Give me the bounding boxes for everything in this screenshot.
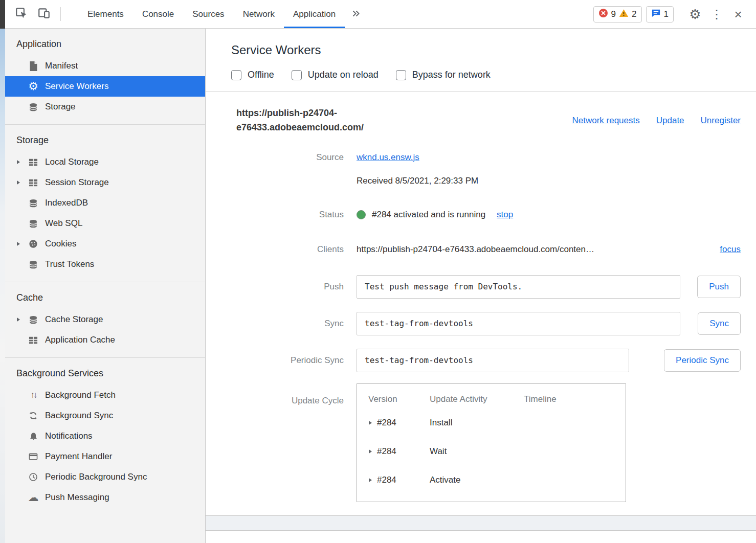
source-row: Source wknd.us.ensw.js: [236, 152, 741, 163]
close-devtools-button[interactable]: ×: [727, 8, 749, 21]
checkbox-box[interactable]: [231, 70, 241, 80]
database-icon: [28, 260, 39, 269]
sidebar-item-label: Periodic Background Sync: [45, 472, 147, 482]
client-url: https://publish-p24704-e76433.adobeaemcl…: [357, 244, 594, 255]
update-cycle-row: Update Cycle Version Update Activity Tim…: [236, 383, 741, 502]
sync-button[interactable]: Sync: [698, 312, 741, 335]
table-row-wait: #284 Wait: [357, 437, 626, 466]
column-update-activity: Update Activity: [430, 394, 524, 404]
network-requests-link[interactable]: Network requests: [572, 116, 639, 126]
service-workers-panel: Service Workers Offline Update on reload…: [206, 29, 756, 543]
source-label: Source: [236, 152, 344, 163]
table-icon: [28, 178, 39, 187]
sidebar-section-storage: Storage Local Storage Session Storage: [5, 125, 205, 282]
more-tabs-button[interactable]: [345, 0, 367, 28]
focus-link[interactable]: focus: [720, 244, 741, 255]
sidebar-item-application-cache[interactable]: Application Cache: [5, 330, 205, 350]
sidebar-item-label: Service Workers: [45, 81, 108, 92]
expand-arrow-icon[interactable]: [16, 180, 24, 185]
expand-arrow-icon[interactable]: [16, 317, 24, 322]
sidebar-item-local-storage[interactable]: Local Storage: [5, 152, 205, 172]
sidebar-item-push-messaging[interactable]: ☁ Push Messaging: [5, 487, 205, 508]
expand-arrow-icon[interactable]: [16, 241, 24, 246]
sidebar-item-storage[interactable]: Storage: [5, 97, 205, 117]
activity-cell: Activate: [430, 475, 524, 485]
checkbox-label[interactable]: Update on reload: [308, 70, 379, 80]
toolbar-right-cluster: 9 2 1 ⚙ ⋮ ×: [589, 0, 756, 28]
tab-console[interactable]: Console: [133, 0, 183, 28]
sidebar-item-web-sql[interactable]: Web SQL: [5, 213, 205, 234]
sidebar-item-notifications[interactable]: Notifications: [5, 426, 205, 446]
section-title: Background Services: [16, 368, 205, 379]
offline-checkbox[interactable]: Offline: [231, 70, 274, 80]
version-cell: #284: [377, 475, 396, 485]
sidebar-item-session-storage[interactable]: Session Storage: [5, 172, 205, 193]
push-message-input[interactable]: [357, 275, 680, 299]
tab-application[interactable]: Application: [284, 0, 345, 28]
sidebar-section-background-services: Background Services ↑↓ Background Fetch …: [5, 358, 205, 515]
error-icon: [598, 8, 608, 20]
sidebar-item-manifest[interactable]: Manifest: [5, 56, 205, 76]
expand-arrow-icon[interactable]: [368, 418, 372, 428]
sidebar-item-payment-handler[interactable]: Payment Handler: [5, 446, 205, 467]
expand-arrow-icon[interactable]: [16, 160, 24, 165]
file-icon: [28, 61, 39, 71]
checkbox-box[interactable]: [292, 70, 302, 80]
gear-icon: ⚙: [28, 80, 39, 93]
page-behind-sliver: [0, 0, 5, 543]
sidebar-item-indexeddb[interactable]: IndexedDB: [5, 193, 205, 213]
sidebar-item-label: Web SQL: [45, 218, 82, 229]
kebab-menu-icon: ⋮: [708, 8, 725, 20]
tab-sources[interactable]: Sources: [183, 0, 233, 28]
service-worker-details: https://publish-p24704-e76433.adobeaemcl…: [231, 92, 741, 502]
update-link[interactable]: Update: [656, 116, 684, 126]
sidebar-item-label: IndexedDB: [45, 198, 88, 208]
issues-badge[interactable]: 1: [646, 6, 674, 22]
unregister-link[interactable]: Unregister: [701, 116, 741, 126]
worker-action-links: Network requests Update Unregister: [572, 116, 741, 126]
expand-arrow-icon[interactable]: [368, 446, 372, 457]
push-label: Push: [236, 282, 344, 292]
checkbox-label[interactable]: Offline: [248, 70, 274, 80]
periodic-sync-button[interactable]: Periodic Sync: [664, 349, 741, 372]
tab-network[interactable]: Network: [234, 0, 284, 28]
tab-elements[interactable]: Elements: [78, 0, 133, 28]
inspect-element-button[interactable]: [10, 0, 33, 28]
sync-tag-input[interactable]: [357, 312, 680, 335]
sidebar-item-cache-storage[interactable]: Cache Storage: [5, 309, 205, 330]
console-errors-warnings-badge[interactable]: 9 2: [593, 6, 642, 22]
update-on-reload-checkbox[interactable]: Update on reload: [292, 70, 379, 80]
error-count: 9: [611, 9, 616, 19]
sidebar-item-label: Notifications: [45, 431, 93, 441]
sidebar-item-background-sync[interactable]: Background Sync: [5, 405, 205, 426]
sidebar-item-background-fetch[interactable]: ↑↓ Background Fetch: [5, 385, 205, 405]
version-cell: #284: [377, 446, 396, 457]
column-timeline: Timeline: [524, 394, 614, 404]
settings-button[interactable]: ⚙: [684, 8, 706, 21]
warning-icon: [619, 9, 629, 20]
toolbar-divider: [60, 7, 61, 21]
checkbox-label[interactable]: Bypass for network: [412, 70, 491, 80]
sidebar-item-trust-tokens[interactable]: Trust Tokens: [5, 254, 205, 275]
customize-menu-button[interactable]: ⋮: [706, 8, 727, 20]
source-file-link[interactable]: wknd.us.ensw.js: [357, 152, 419, 162]
expand-arrow-icon[interactable]: [368, 475, 372, 485]
sidebar-item-periodic-background-sync[interactable]: Periodic Background Sync: [5, 467, 205, 487]
clients-label: Clients: [236, 244, 344, 255]
activity-cell: Wait: [430, 446, 524, 457]
bypass-for-network-checkbox[interactable]: Bypass for network: [396, 70, 491, 80]
periodic-sync-tag-input[interactable]: [357, 349, 629, 372]
stop-link[interactable]: stop: [497, 210, 513, 220]
device-toolbar-button[interactable]: [33, 0, 55, 28]
received-row: Received 8/5/2021, 2:29:33 PM: [236, 176, 741, 186]
panel-tabs: Elements Console Sources Network Applica…: [78, 0, 367, 28]
sidebar-item-service-workers[interactable]: ⚙ Service Workers: [5, 76, 205, 97]
status-text: #284 activated and is running: [372, 210, 485, 220]
sidebar-item-label: Storage: [45, 102, 76, 112]
push-button[interactable]: Push: [697, 276, 741, 298]
application-sidebar: Application Manifest ⚙ Service Workers S…: [5, 29, 206, 543]
sidebar-item-cookies[interactable]: Cookies: [5, 234, 205, 254]
footer-spacer: [231, 502, 741, 515]
update-cycle-label: Update Cycle: [236, 383, 344, 406]
checkbox-box[interactable]: [396, 70, 406, 80]
